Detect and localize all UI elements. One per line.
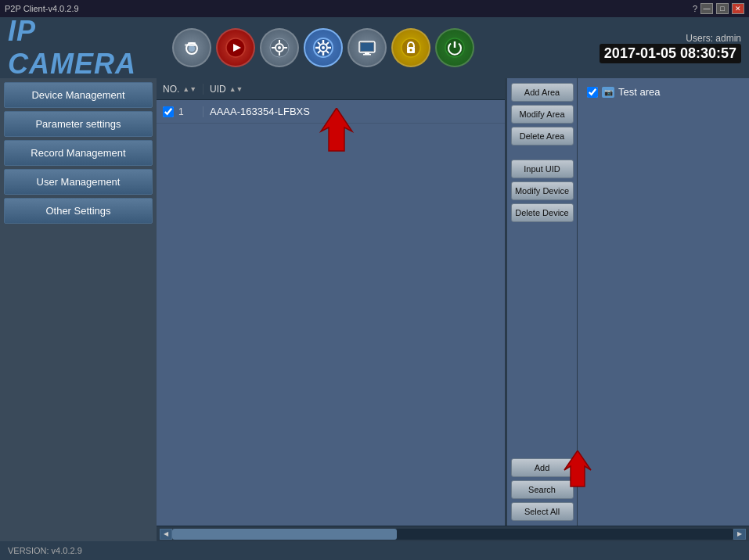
- add-button[interactable]: Add: [511, 458, 574, 477]
- datetime-block: Users: admin 2017-01-05 08:30:57: [600, 33, 741, 63]
- help-button[interactable]: ?: [693, 4, 697, 13]
- svg-point-1: [189, 45, 195, 52]
- sidebar: Device Management Parameter settings Rec…: [0, 78, 157, 541]
- col-no-header: NO. ▲▼: [157, 84, 203, 95]
- datetime-display: 2017-01-05 08:30:57: [600, 44, 741, 63]
- main-layout: Device Management Parameter settings Rec…: [0, 78, 749, 541]
- scrollbar-track[interactable]: [172, 529, 733, 540]
- delete-device-button[interactable]: Delete Device: [511, 203, 574, 222]
- lock-toolbar-icon[interactable]: [391, 28, 430, 67]
- add-area-button[interactable]: Add Area: [511, 83, 574, 102]
- power-toolbar-icon[interactable]: [435, 28, 474, 67]
- minimize-button[interactable]: —: [700, 3, 713, 14]
- status-bar: VERSION: v4.0.2.9: [0, 541, 749, 560]
- users-label: Users: admin: [600, 33, 741, 44]
- toolbar: [172, 28, 592, 67]
- cell-uid-1: AAAA-163354-LFBXS: [203, 106, 505, 117]
- sidebar-item-user-management[interactable]: User Management: [4, 169, 153, 195]
- play-toolbar-icon[interactable]: [216, 28, 255, 67]
- window-controls: ? — □ ✕: [693, 3, 744, 14]
- right-panel: Add Area Modify Area Delete Area Input U…: [506, 78, 577, 526]
- maximize-button[interactable]: □: [716, 3, 729, 14]
- svg-rect-3: [185, 44, 188, 46]
- config-toolbar-icon[interactable]: [304, 28, 343, 67]
- sort-indicator-no: ▲▼: [182, 85, 196, 93]
- input-uid-button[interactable]: Input UID: [511, 160, 574, 178]
- monitor-toolbar-icon[interactable]: [347, 28, 387, 67]
- scroll-right-button[interactable]: ▶: [733, 529, 746, 540]
- svg-rect-26: [365, 52, 369, 54]
- row-checkbox-1[interactable]: [163, 106, 174, 117]
- svg-point-30: [410, 49, 412, 52]
- header: IP CAMERA: [0, 17, 749, 78]
- tree-area: 📷 Test area: [577, 78, 749, 526]
- sidebar-item-parameter-settings[interactable]: Parameter settings: [4, 111, 153, 137]
- close-button[interactable]: ✕: [732, 3, 744, 14]
- table-header: NO. ▲▼ UID ▲▼: [157, 78, 505, 100]
- search-button[interactable]: Search: [511, 480, 574, 499]
- modify-device-button[interactable]: Modify Device: [511, 181, 574, 200]
- table-container: NO. ▲▼ UID ▲▼ 1 AAAA-163354-LFBXS: [157, 78, 749, 526]
- scrollbar-thumb[interactable]: [172, 529, 397, 540]
- settings-toolbar-icon[interactable]: [260, 28, 299, 67]
- col-uid-header: UID ▲▼: [203, 84, 505, 95]
- app-title: IP CAMERA: [8, 15, 164, 81]
- table-row: 1 AAAA-163354-LFBXS: [157, 100, 505, 124]
- scroll-left-button[interactable]: ◀: [160, 529, 172, 540]
- modify-area-button[interactable]: Modify Area: [511, 105, 574, 124]
- svg-point-15: [322, 46, 325, 49]
- sidebar-item-device-management[interactable]: Device Management: [4, 82, 153, 108]
- delete-area-button[interactable]: Delete Area: [511, 127, 574, 145]
- sort-indicator-uid: ▲▼: [229, 85, 243, 93]
- content-area: NO. ▲▼ UID ▲▼ 1 AAAA-163354-LFBXS: [157, 78, 749, 541]
- tree-checkbox-test-area[interactable]: [587, 87, 598, 98]
- svg-rect-27: [363, 54, 371, 56]
- sidebar-item-other-settings[interactable]: Other Settings: [4, 198, 153, 224]
- camera-tree-icon: 📷: [602, 87, 614, 98]
- version-label: VERSION: v4.0.2.9: [8, 546, 82, 555]
- horizontal-scrollbar: ◀ ▶: [157, 526, 749, 541]
- svg-point-8: [278, 46, 281, 49]
- device-table: NO. ▲▼ UID ▲▼ 1 AAAA-163354-LFBXS: [157, 78, 506, 526]
- cell-no-1: 1: [157, 106, 203, 117]
- select-all-button[interactable]: Select All: [511, 502, 574, 521]
- svg-rect-2: [188, 42, 196, 46]
- svg-rect-25: [361, 43, 373, 51]
- tree-item-test-area: 📷 Test area: [582, 83, 744, 101]
- window-title: P2P Client-v4.0.2.9: [5, 4, 79, 13]
- camera-toolbar-icon[interactable]: [172, 28, 211, 67]
- sidebar-item-record-management[interactable]: Record Management: [4, 140, 153, 166]
